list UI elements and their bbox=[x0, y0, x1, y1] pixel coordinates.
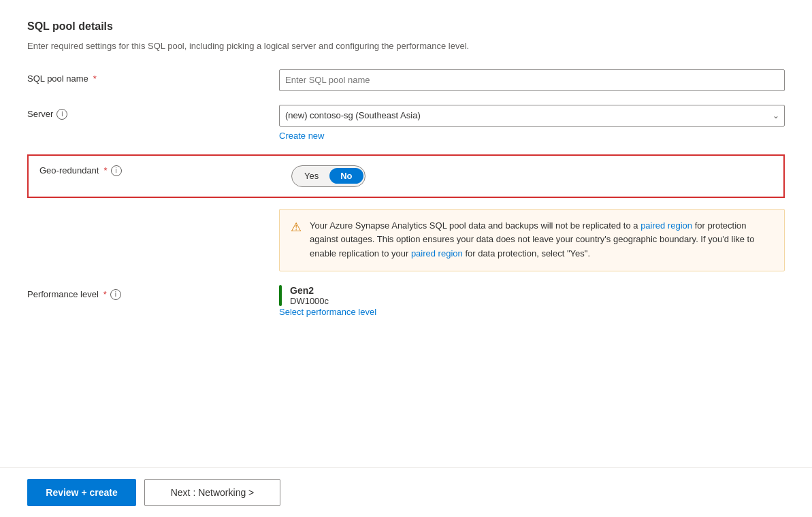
geo-info-icon[interactable]: i bbox=[111, 165, 122, 176]
section-description: Enter required settings for this SQL poo… bbox=[27, 39, 785, 53]
pool-name-label: SQL pool name * bbox=[27, 69, 279, 84]
action-bar: Review + create Next : Networking > bbox=[0, 467, 812, 517]
paired-region-link-1[interactable]: paired region bbox=[640, 220, 692, 231]
create-new-link[interactable]: Create new bbox=[279, 131, 324, 141]
server-label: Server i bbox=[27, 105, 279, 120]
section-title: SQL pool details bbox=[27, 20, 785, 33]
perf-green-bar bbox=[279, 285, 282, 306]
perf-gen-label: Gen2 bbox=[290, 285, 329, 296]
select-performance-link[interactable]: Select performance level bbox=[279, 307, 376, 317]
performance-level-label: Performance level * i bbox=[27, 285, 279, 300]
required-indicator: * bbox=[93, 73, 97, 84]
server-select-wrapper: (new) contoso-sg (Southeast Asia) ⌄ bbox=[279, 105, 785, 127]
warning-section: ⚠ Your Azure Synapse Analytics SQL pool … bbox=[27, 209, 785, 271]
geo-redundant-control: Yes No bbox=[291, 165, 773, 187]
geo-warning-box: ⚠ Your Azure Synapse Analytics SQL pool … bbox=[279, 209, 785, 271]
perf-required-indicator: * bbox=[103, 289, 107, 299]
server-row: Server i (new) contoso-sg (Southeast Asi… bbox=[27, 105, 785, 141]
pool-name-row: SQL pool name * bbox=[27, 69, 785, 91]
perf-indicator: Gen2 DW1000c bbox=[279, 285, 785, 306]
geo-warning-text: Your Azure Synapse Analytics SQL pool da… bbox=[310, 219, 773, 261]
geo-redundant-row: Geo-redundant * i Yes No bbox=[39, 165, 773, 187]
geo-required-indicator: * bbox=[103, 165, 107, 176]
warning-icon: ⚠ bbox=[291, 220, 302, 261]
toggle-no-option[interactable]: No bbox=[329, 168, 363, 184]
performance-level-control: Gen2 DW1000c Select performance level bbox=[279, 285, 785, 317]
server-info-icon[interactable]: i bbox=[56, 109, 67, 120]
geo-redundant-section: Geo-redundant * i Yes No bbox=[27, 154, 785, 198]
geo-toggle-switch[interactable]: Yes No bbox=[291, 165, 366, 187]
geo-redundant-label: Geo-redundant * i bbox=[39, 165, 291, 176]
paired-region-link-2[interactable]: paired region bbox=[411, 248, 463, 258]
pool-name-control bbox=[279, 69, 785, 91]
perf-dw-label: DW1000c bbox=[290, 296, 329, 306]
next-networking-button[interactable]: Next : Networking > bbox=[144, 479, 280, 506]
server-select[interactable]: (new) contoso-sg (Southeast Asia) bbox=[279, 105, 785, 127]
geo-toggle-container: Yes No bbox=[291, 165, 773, 187]
pool-name-input[interactable] bbox=[279, 69, 785, 91]
performance-level-row: Performance level * i Gen2 DW1000c Selec… bbox=[27, 285, 785, 317]
review-create-button[interactable]: Review + create bbox=[27, 479, 136, 506]
toggle-yes-option[interactable]: Yes bbox=[293, 168, 329, 184]
perf-info-icon[interactable]: i bbox=[110, 289, 121, 300]
perf-text: Gen2 DW1000c bbox=[290, 285, 329, 306]
server-control: (new) contoso-sg (Southeast Asia) ⌄ Crea… bbox=[279, 105, 785, 141]
